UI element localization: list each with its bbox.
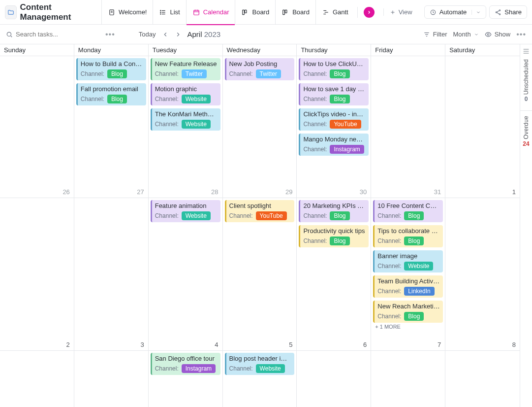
svg-line-26 — [497, 10, 500, 12]
calendar-cell[interactable]: How to Build a ContentChannel:BlogFall p… — [74, 56, 149, 198]
calendar-event[interactable]: San Diego office tourChannel:Instagram — [151, 353, 220, 375]
calendar-cell[interactable]: 26 — [0, 56, 74, 198]
calendar-event[interactable]: How to save 1 day eveChannel:Blog — [299, 83, 369, 105]
channel-label: Channel: — [229, 212, 253, 219]
granularity-dropdown[interactable]: Month — [453, 31, 479, 38]
automate-icon — [430, 9, 437, 16]
calendar-event[interactable]: Fall promotion emailChannel:Blog — [76, 83, 146, 105]
event-title: Feature animation — [155, 202, 218, 209]
share-button[interactable]: Share — [489, 5, 527, 19]
channel-label: Channel: — [303, 70, 327, 77]
today-button[interactable]: Today — [139, 31, 156, 38]
calendar-cell[interactable]: How to Use ClickUp toChannel:BlogHow to … — [297, 56, 371, 198]
calendar-cell[interactable]: 3 — [74, 198, 149, 350]
svg-rect-13 — [243, 10, 245, 14]
unscheduled-count: 0 — [525, 96, 528, 102]
rail-collapse-icon[interactable] — [522, 47, 530, 55]
tab-calendar[interactable]: Calendar — [186, 0, 235, 25]
calendar-event[interactable]: Client spotlightChannel:YouTube — [225, 200, 295, 222]
tab-label: Board — [292, 8, 310, 16]
event-title: New Reach Marketing: — [377, 303, 440, 310]
chevron-right-icon — [175, 31, 182, 38]
welcome--icon — [108, 8, 116, 16]
calendar-cell[interactable]: 10 Free Content CalendChannel:BlogTips t… — [371, 198, 445, 350]
calendar-event[interactable]: New Feature ReleaseChannel:Twitter — [151, 58, 220, 80]
show-button[interactable]: Show — [485, 31, 511, 38]
tab-board[interactable]: Board — [275, 0, 315, 25]
calendar-event[interactable]: Tips to collaborate effeChannel:Blog — [373, 225, 443, 247]
channel-label: Channel: — [155, 212, 179, 219]
channel-label: Channel: — [155, 96, 179, 102]
channel-label: Channel: — [303, 96, 327, 102]
calendar-event[interactable]: Productivity quick tipsChannel:Blog — [299, 225, 369, 247]
calendar-cell[interactable]: 1 — [445, 56, 520, 198]
calendar-event[interactable]: Feature animationChannel:Website — [151, 200, 220, 222]
calendar-event[interactable]: 10 Free Content CalendChannel:Blog — [373, 200, 443, 222]
day-header: Friday — [371, 44, 445, 56]
calendar-event[interactable]: ClickTips video - inboxChannel:YouTube — [299, 108, 369, 131]
channel-label: Channel: — [303, 121, 327, 128]
filter-button[interactable]: Filter — [423, 31, 447, 38]
channel-badge: LinkedIn — [404, 287, 434, 296]
tab-board[interactable]: Board — [235, 0, 275, 25]
calendar-cell[interactable]: New Job PostingChannel:Twitter29 — [223, 56, 297, 198]
calendar-event[interactable]: Blog post header imagChannel:Website — [225, 353, 295, 375]
record-button[interactable] — [357, 7, 380, 18]
search-input[interactable] — [16, 31, 90, 38]
calendar-cell[interactable]: 10 — [74, 351, 149, 407]
share-label: Share — [504, 8, 522, 16]
date-number: 3 — [140, 341, 144, 348]
calendar-event[interactable]: Motion graphicChannel:Website — [151, 83, 220, 105]
calendar-cell[interactable]: 15 — [445, 351, 520, 407]
calendar-cell[interactable]: 20 Marketing KPIs YouChannel:BlogProduct… — [297, 198, 371, 350]
calendar-cell[interactable]: 14 — [371, 351, 445, 407]
right-rail: Unscheduled 0 Overdue 24 — [520, 44, 532, 407]
add-view-button[interactable]: View — [383, 8, 418, 16]
more-options[interactable]: ••• — [105, 30, 115, 39]
day-header: Saturday — [445, 44, 520, 56]
calendar-event[interactable]: The KonMari Method foChannel:Website — [151, 108, 220, 131]
calendar-cell[interactable]: 8 — [445, 198, 520, 350]
overdue-label[interactable]: Overdue — [523, 116, 530, 139]
calendar-event[interactable]: Banner imageChannel:Website — [373, 250, 443, 272]
next-button[interactable] — [175, 31, 182, 38]
calendar-cell[interactable]: 2 — [0, 198, 74, 350]
folder-icon — [7, 9, 14, 16]
current-period[interactable]: April 2023 — [188, 30, 221, 38]
view-more-options[interactable]: ••• — [516, 30, 526, 39]
tab-label: Calendar — [203, 8, 229, 16]
svg-point-23 — [500, 9, 501, 10]
svg-point-33 — [487, 34, 489, 35]
calendar-event[interactable]: 20 Marketing KPIs YouChannel:Blog — [299, 200, 369, 222]
calendar-event[interactable]: How to Build a ContentChannel:Blog — [76, 58, 146, 80]
calendar-cell[interactable]: Blog post header imagChannel:Website12 — [223, 351, 297, 407]
event-title: Fall promotion email — [81, 85, 143, 93]
unscheduled-label[interactable]: Unscheduled — [523, 59, 530, 95]
calendar-event[interactable]: Team Building ActivitieChannel:LinkedIn — [373, 275, 443, 298]
calendar-cell[interactable]: 31 — [371, 56, 445, 198]
calendar-cell[interactable]: 13 — [297, 351, 371, 407]
calendar-cell[interactable]: San Diego office tourChannel:Instagram11 — [149, 351, 223, 407]
channel-badge: Blog — [330, 95, 349, 103]
calendar-event[interactable]: Mango Monday new enChannel:Instagram — [299, 134, 369, 156]
calendar-event[interactable]: New Job PostingChannel:Twitter — [225, 58, 295, 80]
calendar-cell[interactable]: 9 — [0, 351, 74, 407]
prev-button[interactable] — [162, 31, 169, 38]
tab-gantt[interactable]: Gantt — [315, 0, 354, 25]
event-title: Tips to collaborate effe — [377, 227, 440, 235]
tab-list[interactable]: List — [153, 0, 186, 25]
folder-button[interactable] — [5, 5, 17, 19]
calendar-event[interactable]: How to Use ClickUp toChannel:Blog — [299, 58, 369, 80]
channel-label: Channel: — [155, 121, 179, 128]
calendar-cell[interactable]: Feature animationChannel:Website4 — [149, 198, 223, 350]
calendar-event[interactable]: New Reach Marketing:Channel:Blog — [373, 301, 443, 323]
calendar-cell[interactable]: New Feature ReleaseChannel:TwitterMotion… — [149, 56, 223, 198]
channel-label: Channel: — [155, 70, 179, 77]
channel-badge: Twitter — [256, 69, 281, 78]
more-events[interactable]: + 1 MORE — [373, 323, 443, 331]
calendar-cell[interactable]: Client spotlightChannel:YouTube5 — [223, 198, 297, 350]
svg-rect-14 — [245, 10, 247, 13]
automate-button[interactable]: Automate — [424, 5, 487, 19]
day-header: Wednesday — [223, 44, 297, 56]
tab-welcome-[interactable]: Welcome! — [101, 0, 153, 25]
